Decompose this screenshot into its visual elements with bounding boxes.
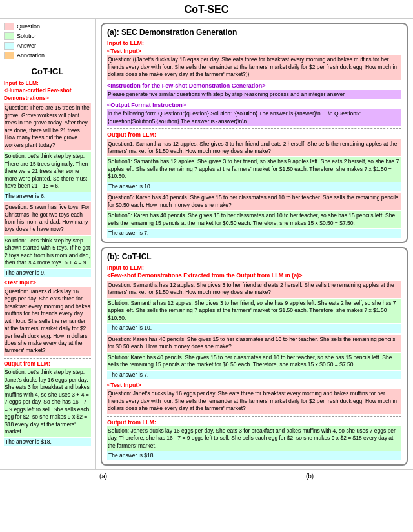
sec-input-label: Input to LLM: (107, 39, 401, 47)
sec-instruction-text: Please generate five similar questions w… (107, 90, 401, 99)
sec-question: Question: ((Janet's ducks lay 16 eqas pe… (107, 55, 401, 79)
caption-b: (b) (306, 473, 314, 480)
sec-s5: Solution5: Karen has 40 pencils. She giv… (107, 211, 401, 228)
sec-s1: Solution1: Samantha has 12 apples. She g… (107, 157, 401, 181)
icl-a1: The answer is 10. (107, 324, 401, 332)
solution-color (4, 32, 14, 40)
icl-a2: The answer is 7. (107, 371, 401, 379)
sec-output-label: Output from LLM: (107, 131, 401, 139)
left-input-label: Input to LLM: (4, 80, 91, 87)
question-color (4, 23, 14, 30)
sec-a1: The answer is 10. (107, 182, 401, 191)
icl-fewshot-label: <Few-shot Demonstrations Extracted from … (107, 271, 401, 279)
legend-solution-label: Solution (17, 33, 38, 39)
icl-dashed (107, 416, 401, 417)
left-human-label: <Human-crafted Few-shot Demonstrations> (4, 87, 91, 102)
legend-answer-label: Answer (17, 43, 36, 49)
legend: Question Solution Answer Annotation (4, 23, 91, 61)
left-panel: Question Solution Answer Annotation CoT-… (0, 19, 96, 469)
icl-output-label: Output from LLM: (107, 419, 401, 426)
left-a1: The answer is 6. (4, 192, 91, 201)
left-a2: The answer is 9. (4, 269, 91, 277)
left-title: CoT-ICL (4, 66, 91, 76)
sec-format-label: <Output Format Instruction> (107, 101, 401, 109)
sec-box: (a): SEC Demonstration Generation Input … (101, 23, 408, 243)
legend-annotation-label: Annotation (17, 52, 45, 59)
icl-output-a: The answer is $18. (107, 451, 401, 460)
sec-format-text: in the following form Question1:{questio… (107, 109, 401, 126)
icl-box: (b): CoT-ICL Input to LLM: <Few-shot Dem… (101, 247, 408, 466)
left-q-test: Question: Janet's ducks lay 16 eggs per … (4, 287, 91, 356)
legend-solution: Solution (4, 32, 91, 40)
sec-dashed (107, 128, 401, 129)
caption-row: (a) (b) (0, 469, 413, 481)
left-s2: Solution: Let's think step by step. Shaw… (4, 236, 91, 268)
icl-test-q: Question: Janet's ducks lay 16 eggs per … (107, 389, 401, 413)
icl-q2: Question: Karen has 40 pencils. She give… (107, 335, 401, 352)
caption-a: (a) (99, 473, 107, 480)
answer-color (4, 42, 14, 50)
legend-answer: Answer (4, 42, 91, 50)
page-title: CoT-SEC (0, 0, 413, 19)
sec-instruction-label: <Instruction for the Few-shot Demonstrat… (107, 82, 401, 90)
left-output-label: Output from LLM: (4, 360, 91, 368)
annotation-color (4, 52, 14, 59)
main-container: CoT-SEC Question Solution Answer (0, 0, 413, 481)
icl-s2: Solution: Karen has 40 pencils. She give… (107, 353, 401, 370)
left-test-label: <Test Input> (4, 279, 91, 286)
sec-q5: Question5: Karen has 40 pencils. She giv… (107, 193, 401, 210)
legend-annotation: Annotation (4, 52, 91, 59)
left-content: Input to LLM: <Human-crafted Few-shot De… (4, 80, 91, 446)
icl-q1: Question: Samantha has 12 apples. She gi… (107, 281, 401, 298)
icl-content: Input to LLM: <Few-shot Demonstrations E… (107, 264, 401, 460)
icl-test-label: <Test Input> (107, 381, 401, 389)
icl-input-label: Input to LLM: (107, 264, 401, 271)
left-s1: Solution: Let's think step by step. Ther… (4, 152, 91, 191)
left-s-out: Solution: Let's think step by step. Jane… (4, 368, 91, 437)
sec-q1: Question1: Samantha has 12 apples. She g… (107, 139, 401, 157)
left-dashed (4, 358, 91, 359)
icl-title: (b): CoT-ICL (107, 252, 401, 261)
content-row: Question Solution Answer Annotation CoT-… (0, 19, 413, 469)
sec-a5: The answer is 7. (107, 229, 401, 237)
icl-s1: Solution: Samantha has 12 apples. She gi… (107, 299, 401, 323)
left-a-out: The answer is $18. (4, 438, 91, 446)
left-q1: Question: There are 15 trees in the grov… (4, 103, 91, 150)
sec-content: Input to LLM: <Test Input> Question: ((J… (107, 39, 401, 238)
right-panel: (a): SEC Demonstration Generation Input … (96, 19, 413, 469)
sec-test-label: <Test Input> (107, 47, 401, 55)
sec-title: (a): SEC Demonstration Generation (107, 28, 401, 37)
legend-question-label: Question (17, 23, 40, 30)
legend-question: Question (4, 23, 91, 30)
left-q2: Question: Shawn has five toys. For Chris… (4, 202, 91, 235)
icl-output-s: Solution: Janet's ducks lay 16 eggs per … (107, 426, 401, 451)
